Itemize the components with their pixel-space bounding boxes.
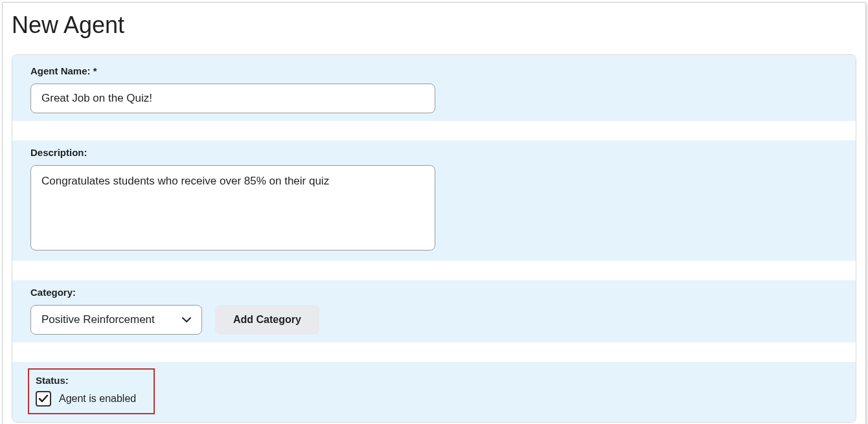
add-category-button[interactable]: Add Category <box>215 305 319 335</box>
description-header: Description: <box>12 140 856 165</box>
description-input[interactable] <box>30 165 435 251</box>
page-title: New Agent <box>12 12 856 39</box>
check-icon <box>38 394 49 404</box>
status-highlight-box: Status: Agent is enabled <box>28 368 155 414</box>
status-checkbox[interactable] <box>36 391 51 407</box>
agent-name-header: Agent Name: * <box>12 55 856 84</box>
status-section: Status: Agent is enabled <box>12 362 856 422</box>
spacer <box>12 342 856 362</box>
status-label: Status: <box>36 375 147 386</box>
status-checkbox-row: Agent is enabled <box>36 391 147 407</box>
page-container: New Agent Agent Name: * Description: Cat… <box>2 2 866 424</box>
agent-name-body <box>12 84 856 121</box>
category-select[interactable]: Positive Reinforcement <box>30 305 202 335</box>
description-label: Description: <box>30 147 87 158</box>
form-panel: Agent Name: * Description: Category: Pos… <box>12 54 856 423</box>
category-header: Category: <box>12 280 856 305</box>
agent-name-label: Agent Name: * <box>30 65 97 76</box>
category-body: Positive Reinforcement Add Category <box>12 305 856 342</box>
description-body <box>12 165 856 261</box>
agent-name-input[interactable] <box>30 84 435 113</box>
spacer <box>12 121 856 140</box>
status-checkbox-label: Agent is enabled <box>59 393 136 405</box>
chevron-down-icon <box>182 315 191 324</box>
category-label: Category: <box>30 287 76 298</box>
spacer <box>12 261 856 280</box>
category-selected-value: Positive Reinforcement <box>41 313 182 326</box>
